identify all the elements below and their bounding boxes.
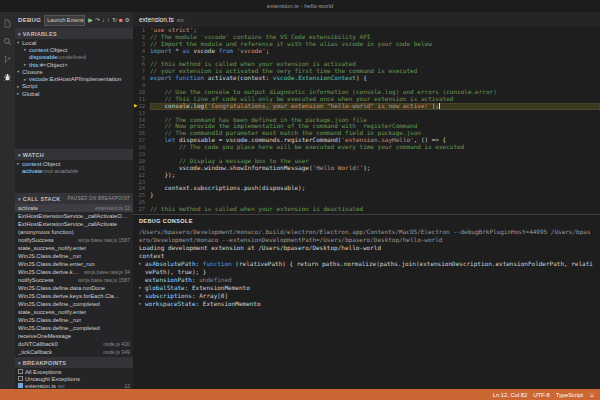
stack-frame[interactable]: WinJS.Class.derive.keys.forEach.Cla... [15, 292, 133, 300]
gear-icon[interactable]: ⚙ [125, 17, 130, 23]
line-number[interactable]: 2 [133, 34, 150, 41]
code-line[interactable]: 26 [133, 199, 600, 206]
activity-bar-item-debug[interactable] [2, 72, 13, 83]
breakpoint-row[interactable]: extension.tssrc12 [15, 382, 133, 389]
status-item[interactable]: TypeScript [556, 392, 583, 398]
watch-section-header[interactable]: ▾ WATCH [15, 149, 133, 160]
code-line[interactable]: 10 // Use the console to output diagnost… [133, 89, 600, 96]
variables-scope-global[interactable]: ▸Global [15, 90, 133, 97]
code-line[interactable]: 4import * as vscode from 'vscode'; [133, 48, 600, 55]
status-item[interactable]: UTF-8 [533, 392, 549, 398]
line-number[interactable]: 16 [133, 130, 150, 137]
breakpoint-row[interactable]: All Exceptions [15, 368, 133, 375]
code-line[interactable]: 7// your extension is activated the very… [133, 68, 600, 75]
line-number[interactable]: 4 [133, 48, 150, 55]
code-line[interactable]: 23 [133, 179, 600, 186]
line-number[interactable]: 5 [133, 55, 150, 62]
stack-frame[interactable]: (anonymous function) [15, 228, 133, 236]
activity-bar-item-git[interactable] [2, 54, 13, 65]
line-number[interactable]: 15 [133, 123, 150, 130]
line-number[interactable]: 9 [133, 82, 150, 89]
line-number[interactable]: 26 [133, 199, 150, 206]
watch-row[interactable]: activate: not available [15, 167, 133, 174]
stack-frame[interactable]: WinJS.Class.define._completed [15, 300, 133, 308]
debug-console-output[interactable]: /Users/bpasero/Development/monaco/.build… [133, 227, 600, 389]
breakpoint-checkbox[interactable] [18, 376, 23, 381]
line-number[interactable]: 24 [133, 185, 150, 192]
line-number[interactable]: 6 [133, 61, 150, 68]
line-number[interactable]: ▶12 [133, 103, 150, 110]
line-number[interactable]: 7 [133, 68, 150, 75]
variables-scope-local[interactable]: ▾Local [15, 39, 133, 46]
code-line[interactable]: 21 vscode.window.showInformationMessage(… [133, 165, 600, 172]
stack-frame[interactable]: WinJS.Class.define._run [15, 252, 133, 260]
step-over-icon[interactable]: ↷ [95, 17, 100, 23]
code-line[interactable]: 1'use strict'; [133, 27, 600, 34]
code-line[interactable]: 19 [133, 151, 600, 158]
line-number[interactable]: 27 [133, 206, 150, 213]
code-line[interactable]: 3// Import the module and reference it w… [133, 41, 600, 48]
code-line[interactable]: ▶12 console.log('Congratulations, your e… [133, 103, 600, 110]
code-line[interactable]: 6// this method is called when your exte… [133, 61, 600, 68]
code-line[interactable]: 9 [133, 82, 600, 89]
activity-bar-item-explorer[interactable] [2, 18, 13, 29]
code-line[interactable]: 18 // The code you place here will be ex… [133, 144, 600, 151]
stack-frame[interactable]: WinJS.Class.define._completed [15, 324, 133, 332]
code-line[interactable]: 17 let disposable = vscode.commands.regi… [133, 137, 600, 144]
stack-frame[interactable]: _tickCallbacknode.js 349 [15, 348, 133, 356]
restart-icon[interactable]: ↻ [112, 17, 117, 23]
line-number[interactable]: 14 [133, 117, 150, 124]
stack-frame[interactable]: state_success_notify.enter [15, 244, 133, 252]
line-number[interactable]: 11 [133, 96, 150, 103]
debug-console-title[interactable]: DEBUG CONSOLE [139, 218, 193, 224]
stack-frame[interactable]: state_success_notify.enter [15, 308, 133, 316]
line-number[interactable]: 13 [133, 110, 150, 117]
line-number[interactable]: 25 [133, 192, 150, 199]
code-line[interactable]: 20 // Display a message box to the user [133, 158, 600, 165]
stop-icon[interactable]: ■ [119, 17, 123, 23]
stack-frame[interactable]: notifySuccesswinjs.base.raw.js 1587 [15, 276, 133, 284]
code-editor[interactable]: 1'use strict';2// The module 'vscode' co… [133, 27, 600, 214]
call-stack-section-header[interactable]: ▾ CALL STACK PAUSED ON BREAKPOINT [15, 193, 133, 204]
debug-config-dropdown[interactable]: Launch Extension ▾ [44, 15, 85, 26]
variables-scope-script[interactable]: ▸Script [15, 83, 133, 90]
line-number[interactable]: 1 [133, 27, 150, 34]
code-line[interactable]: 16 // The commandId parameter must match… [133, 130, 600, 137]
code-line[interactable]: 5 [133, 55, 600, 62]
line-number[interactable]: 19 [133, 151, 150, 158]
line-number[interactable]: 17 [133, 137, 150, 144]
stack-frame[interactable]: doNTCallback0node.js 420 [15, 340, 133, 348]
breakpoint-checkbox[interactable] [18, 369, 23, 374]
breakpoints-section-header[interactable]: ▾ BREAKPOINTS [15, 357, 133, 368]
code-line[interactable]: 15 // Now provide the implementation of … [133, 123, 600, 130]
line-number[interactable]: 22 [133, 172, 150, 179]
open-file-name[interactable]: extension.ts [139, 16, 174, 23]
variable-row[interactable]: ▸vscode: ExtHostAPIImplementation [15, 75, 133, 82]
line-number[interactable]: 18 [133, 144, 150, 151]
step-out-icon[interactable]: ↑ [107, 17, 110, 23]
status-item[interactable]: Ln 12, Col 82 [493, 392, 527, 398]
code-line[interactable]: 24 context.subscriptions.push(disposable… [133, 185, 600, 192]
stack-frame[interactable]: notifySuccesswinjs.base.raw.js 1587 [15, 236, 133, 244]
variable-row[interactable]: disposable: undefined [15, 54, 133, 61]
code-line[interactable]: 27// this method is called when your ext… [133, 206, 600, 213]
line-number[interactable]: 8 [133, 75, 150, 82]
code-line[interactable]: 14 // The command has been defined in th… [133, 117, 600, 124]
stack-frame[interactable]: ExtHostExtensionService._callActivate [15, 220, 133, 228]
line-number[interactable]: 3 [133, 41, 150, 48]
stack-frame[interactable]: ExtHostExtensionService._callActivateOpt… [15, 212, 133, 220]
stack-frame[interactable]: WinJS.Class.define.data.runDone [15, 284, 133, 292]
line-number[interactable]: 20 [133, 158, 150, 165]
stack-frame[interactable]: WinJS.Class.define._run [15, 316, 133, 324]
stack-frame[interactable]: WinJS.Class.derive.keys.forEach.Cla...wi… [15, 268, 133, 276]
code-line[interactable]: 2// The module 'vscode' contains the VS … [133, 34, 600, 41]
variable-row[interactable]: ▸context: Object [15, 46, 133, 53]
breakpoint-checkbox[interactable] [18, 383, 23, 388]
variable-row[interactable]: ▸this: #<Object> [15, 61, 133, 68]
continue-icon[interactable]: ▶ [88, 17, 93, 23]
activity-bar-item-search[interactable] [2, 36, 13, 47]
code-line[interactable]: 8export function activate(context: vscod… [133, 75, 600, 82]
line-number[interactable]: 21 [133, 165, 150, 172]
variables-section-header[interactable]: ▾ VARIABLES [15, 28, 133, 39]
line-number[interactable]: 10 [133, 89, 150, 96]
